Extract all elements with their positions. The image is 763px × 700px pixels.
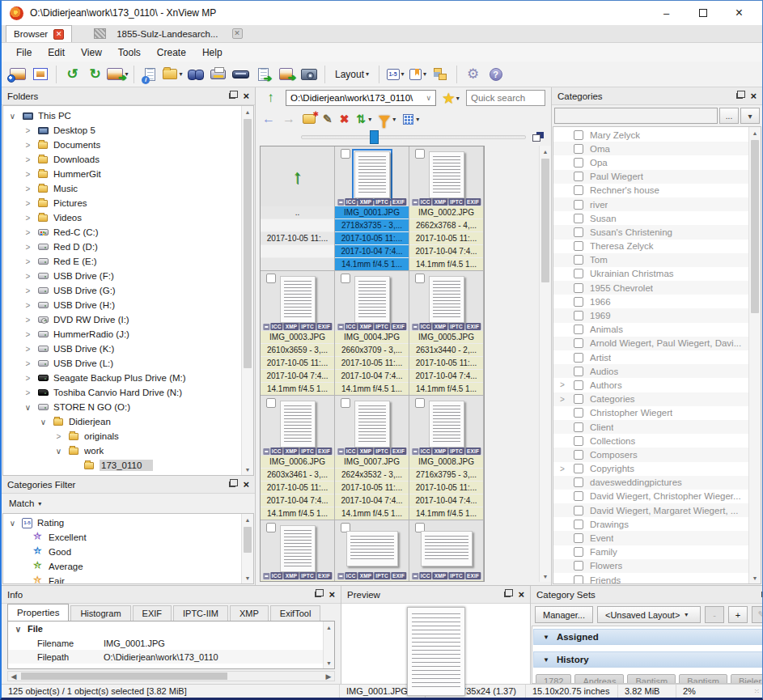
category-checkbox[interactable]	[574, 422, 583, 432]
category-item-artist[interactable]: Artist	[553, 350, 748, 364]
bookmarks-button[interactable]: ▾	[407, 63, 429, 85]
category-item-animals[interactable]: Animals	[553, 323, 748, 337]
thumbnail-cell-img-0003-jpg[interactable]: ICCXMPIPTCEXIFIMG_0003.JPG2610x3659 - 3,…	[261, 271, 335, 396]
folder-item-hummergit[interactable]: >HummerGit	[3, 167, 241, 181]
category-item-collections[interactable]: Collections	[553, 434, 748, 448]
chevron-right-icon[interactable]: >	[23, 330, 32, 339]
category-item-david-wiegert-margaret-wiegert[interactable]: David Wiegert, Margaret Wiegert, ...	[553, 503, 748, 517]
folder-item-toshiba-canvio-hard-drive-n[interactable]: >Toshiba Canvio Hard Drive (N:)	[3, 385, 241, 400]
chevron-right-icon[interactable]: >	[23, 185, 32, 193]
menu-help[interactable]: Help	[194, 45, 231, 61]
info-float-icon[interactable]	[315, 592, 321, 597]
view-mode-button[interactable]: ▾	[403, 114, 419, 125]
folders-float-icon[interactable]	[229, 93, 235, 99]
category-checkbox[interactable]	[574, 533, 583, 543]
category-item-composers[interactable]: Composers	[553, 448, 748, 461]
info-tab-histogram[interactable]: Histogram	[70, 605, 130, 621]
folder-item-downloads[interactable]: >Downloads	[3, 152, 241, 167]
category-item-event[interactable]: Event	[553, 531, 748, 545]
forward-button[interactable]: →	[282, 112, 295, 126]
quick-search-input[interactable]	[471, 93, 540, 103]
menu-create[interactable]: Create	[149, 45, 194, 61]
preview-close-icon[interactable]: ×	[518, 591, 524, 599]
layout-dropdown[interactable]: Layout ▾	[330, 63, 374, 85]
redo-button[interactable]: ↻	[84, 63, 106, 85]
category-item-audios[interactable]: Audios	[553, 364, 748, 378]
category-item-oma[interactable]: Oma	[553, 142, 748, 155]
history-chip-bieler[interactable]: Bieler	[731, 674, 763, 683]
tab-browser[interactable]: Browser ✕	[6, 25, 72, 42]
history-chip-1782[interactable]: 1782	[536, 674, 571, 683]
batch-convert-button[interactable]: ➔	[252, 63, 274, 85]
maximize-button[interactable]	[685, 2, 721, 24]
folder-item-work[interactable]: ∨work	[3, 443, 241, 458]
back-button[interactable]: ←	[262, 112, 275, 126]
folders-close-icon[interactable]: ×	[243, 92, 249, 100]
chevron-right-icon[interactable]: >	[54, 432, 63, 441]
category-checkbox[interactable]	[574, 408, 583, 418]
category-checkbox[interactable]	[574, 172, 583, 181]
sort-button[interactable]: ⇅▾	[356, 112, 371, 125]
category-item-1969[interactable]: 1969	[553, 308, 748, 322]
chevron-down-icon[interactable]: ∨	[54, 447, 63, 456]
folder-item-didierjean[interactable]: ∨Didierjean	[3, 414, 241, 429]
folder-item-originals[interactable]: >originals	[3, 429, 241, 443]
rating-item-average[interactable]: ★3Average	[3, 559, 241, 574]
view-image-button[interactable]	[6, 63, 28, 85]
folder-item-red-c-c[interactable]: >Red-C (C:)	[3, 225, 241, 240]
batch-rename-button[interactable]: ➔	[275, 63, 297, 85]
category-checkbox[interactable]	[574, 269, 583, 278]
delete-button[interactable]: ✖	[340, 112, 350, 125]
folder-item-usb-drive-h[interactable]: >USB Drive (H:)	[3, 298, 241, 312]
category-checkbox[interactable]	[574, 200, 583, 210]
info-tab-xmp[interactable]: XMP	[230, 605, 269, 621]
add-set-button[interactable]: +	[728, 606, 748, 623]
remove-set-button[interactable]: -	[705, 606, 724, 623]
rating-item-good[interactable]: ★4Good	[3, 545, 241, 559]
category-checkbox[interactable]	[574, 367, 583, 376]
thumbnail-checkbox[interactable]	[415, 398, 425, 408]
chevron-right-icon[interactable]: >	[23, 272, 32, 281]
chevron-right-icon[interactable]: >	[560, 465, 567, 473]
category-checkbox[interactable]	[574, 477, 583, 487]
folder-item-hummerradio-j[interactable]: >HummerRadio (J:)	[3, 327, 241, 342]
compare-view-icon[interactable]	[532, 132, 544, 142]
category-item-ukrainian-christmas[interactable]: Ukrainian Christmas	[553, 267, 748, 281]
assigned-section-header[interactable]: ▼ Assigned	[533, 629, 763, 645]
category-checkbox[interactable]	[574, 144, 583, 154]
category-item-friends[interactable]: Friends	[553, 573, 748, 583]
help-button[interactable]: ?	[485, 63, 507, 85]
category-checkbox[interactable]	[574, 353, 583, 363]
folder-item-documents[interactable]: >Documents	[3, 138, 241, 152]
category-checkbox[interactable]	[574, 575, 583, 583]
category-checkbox[interactable]	[574, 464, 583, 473]
folder-item-store-n-go-o[interactable]: ∨STORE N GO (O:)	[3, 400, 241, 414]
rating-scrollbar[interactable]: ▲ ▼	[241, 514, 253, 583]
category-item-1966[interactable]: 1966	[553, 295, 748, 308]
chevron-right-icon[interactable]: >	[23, 243, 32, 252]
category-item-arnold-wiegert-paul-wiegert-davi[interactable]: Arnold Wiegert, Paul Wiegert, Davi...	[553, 337, 748, 350]
category-checkbox[interactable]	[574, 227, 583, 237]
info-tab-exiftool[interactable]: ExifTool	[270, 605, 321, 621]
history-chip-baptism[interactable]: Baptism	[627, 674, 676, 683]
category-checkbox[interactable]	[574, 450, 583, 460]
category-item-tom[interactable]: Tom	[553, 253, 748, 267]
info-group-file[interactable]: ∨ File	[8, 622, 323, 636]
thumbnail-cell-img-0008-jpg[interactable]: ICCXMPIPTCEXIFIMG_0008.JPG2716x3795 - 3,…	[409, 396, 484, 520]
chevron-right-icon[interactable]: >	[23, 199, 32, 208]
chevron-right-icon[interactable]: >	[23, 228, 32, 237]
chevron-right-icon[interactable]: >	[23, 126, 32, 135]
folder-item-usb-drive-k[interactable]: >USB Drive (K:)	[3, 342, 241, 356]
folder-item-videos[interactable]: >Videos	[3, 210, 241, 225]
history-chip-baptism[interactable]: Baptism	[679, 674, 727, 683]
category-checkbox[interactable]	[574, 436, 583, 446]
thumbnail-checkbox[interactable]	[341, 274, 350, 283]
chevron-right-icon[interactable]: >	[23, 286, 32, 295]
preview-float-icon[interactable]	[504, 592, 511, 597]
chevron-right-icon[interactable]: >	[23, 374, 32, 383]
go-up-button[interactable]: ↑	[260, 87, 282, 109]
folders-scrollbar[interactable]: ▲ ▼	[241, 106, 253, 475]
thumbnail-cell-img-0001-jpg[interactable]: ICCXMPIPTCEXIFIMG_0001.JPG2718x3735 - 3,…	[335, 146, 409, 271]
info-tab-iptc-iim[interactable]: IPTC-IIM	[173, 605, 228, 621]
folder-item-pictures[interactable]: >Pictures	[3, 196, 241, 210]
